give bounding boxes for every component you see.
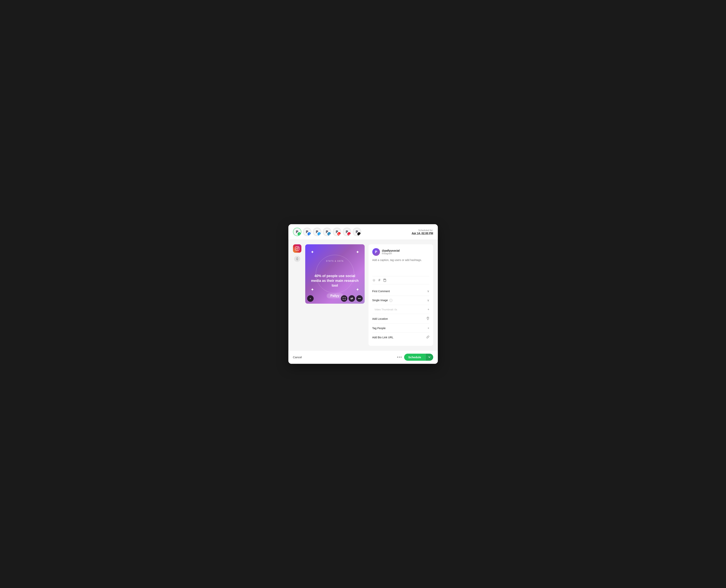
- first-comment-chevron-icon: ∨: [427, 289, 429, 293]
- collapse-button[interactable]: [294, 256, 300, 262]
- fullscreen-button[interactable]: [341, 295, 347, 302]
- post-image-container: STATS & DATA ✦ ✦ ✦ ✦ 40% of people use s…: [305, 244, 365, 304]
- modal-container: P ✓ P f P t P in P ▶: [288, 224, 438, 364]
- media-action-buttons: •••: [341, 295, 363, 302]
- platform-icon-youtube[interactable]: P ▶: [333, 228, 341, 236]
- copy-caption-button[interactable]: [383, 278, 386, 282]
- platform-icon-instagram[interactable]: P ✓: [293, 228, 301, 236]
- svg-rect-3: [384, 279, 386, 282]
- image-controls: + •••: [307, 295, 363, 302]
- bio-link-icon: [426, 335, 429, 339]
- single-image-label: Single Image i: [372, 299, 392, 302]
- schedule-dropdown-button[interactable]: [425, 354, 433, 361]
- platform-icon-facebook[interactable]: P f: [303, 228, 311, 236]
- tag-people-section[interactable]: Tag People +: [372, 324, 429, 333]
- platform-icon-pinterest[interactable]: P p: [343, 228, 351, 236]
- facebook-badge-icon: f: [307, 232, 311, 236]
- video-thumbnail-add-icon: +: [427, 308, 429, 311]
- pinterest-badge-icon: p: [347, 232, 351, 236]
- swap-button[interactable]: [348, 295, 355, 302]
- more-options-button[interactable]: •••: [356, 295, 363, 302]
- caption-input[interactable]: [372, 258, 429, 274]
- modal-footer: Cancel ••• Schedule: [288, 350, 438, 364]
- right-panel: P @pallyysocial Instagram ☺ #: [368, 244, 433, 346]
- footer-right: ••• Schedule: [397, 354, 433, 361]
- platform-icons-list: P ✓ P f P t P in P ▶: [293, 228, 361, 236]
- hashtag-button[interactable]: #: [379, 278, 380, 282]
- cancel-button[interactable]: Cancel: [293, 356, 302, 359]
- active-check-badge: ✓: [298, 232, 301, 236]
- post-image: STATS & DATA ✦ ✦ ✦ ✦ 40% of people use s…: [305, 244, 365, 304]
- scheduled-date[interactable]: Apr 14, 02:00 PM: [411, 232, 433, 235]
- instagram-platform-icon: [293, 244, 301, 253]
- platform-header: P ✓ P f P t P in P ▶: [288, 224, 438, 240]
- tag-people-label: Tag People: [372, 327, 386, 330]
- add-location-label: Add Location: [372, 317, 388, 320]
- location-icon: [426, 317, 429, 321]
- star-top-right: ✦: [356, 250, 359, 255]
- video-thumbnail-section[interactable]: Video Thumbnail: 0s +: [372, 305, 429, 314]
- star-top-left: ✦: [310, 250, 314, 255]
- account-platform: Instagram: [382, 252, 400, 255]
- linkedin-badge-icon: in: [327, 232, 331, 236]
- youtube-badge-icon: ▶: [338, 232, 341, 236]
- schedule-button[interactable]: Schedule: [404, 354, 425, 361]
- single-image-chevron-icon: ∨: [427, 298, 429, 302]
- tiktok-badge-icon: ♪: [357, 232, 361, 236]
- tag-people-plus-icon: +: [427, 327, 429, 330]
- add-location-section[interactable]: Add Location: [372, 314, 429, 324]
- account-header: P @pallyysocial Instagram: [372, 248, 429, 256]
- single-image-section[interactable]: Single Image i ∨: [372, 296, 429, 305]
- emoji-button[interactable]: ☺: [372, 278, 376, 282]
- add-bio-link-label: Add Bio Link URL: [372, 336, 394, 339]
- account-name: @pallyysocial: [382, 249, 400, 252]
- single-image-info-icon: i: [389, 299, 392, 302]
- post-main-text: 40% of people use social media as their …: [309, 274, 361, 288]
- account-avatar: P: [372, 248, 380, 256]
- add-media-button[interactable]: +: [307, 295, 314, 302]
- scheduled-info: Scheduled for: Apr 14, 02:00 PM: [411, 229, 433, 235]
- svg-rect-0: [295, 247, 299, 250]
- platform-icon-linkedin[interactable]: P in: [323, 228, 331, 236]
- add-bio-link-section[interactable]: Add Bio Link URL: [372, 333, 429, 342]
- account-info: @pallyysocial Instagram: [382, 249, 400, 255]
- first-comment-label: First Comment: [372, 290, 390, 293]
- svg-point-2: [298, 247, 299, 248]
- video-thumbnail-label: Video Thumbnail: 0s: [375, 308, 397, 311]
- scheduled-label: Scheduled for:: [411, 229, 433, 232]
- twitter-badge-icon: t: [318, 232, 321, 236]
- more-options-footer-button[interactable]: •••: [397, 355, 402, 359]
- schedule-button-group: Schedule: [404, 354, 433, 361]
- caption-toolbar: ☺ #: [372, 276, 429, 284]
- first-comment-section[interactable]: First Comment ∨: [372, 287, 429, 296]
- svg-point-1: [297, 248, 298, 249]
- platform-icon-tiktok[interactable]: P ♪: [353, 228, 361, 236]
- platform-icon-twitter[interactable]: P t: [313, 228, 321, 236]
- modal-body: STATS & DATA ✦ ✦ ✦ ✦ 40% of people use s…: [288, 240, 438, 350]
